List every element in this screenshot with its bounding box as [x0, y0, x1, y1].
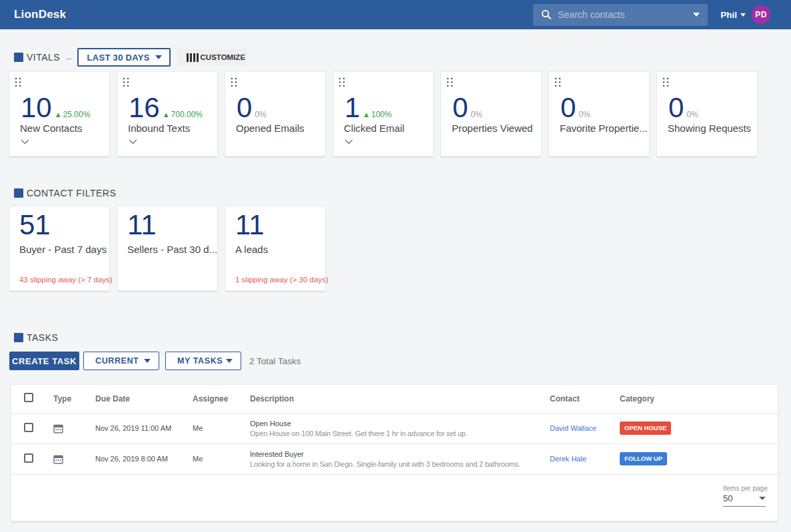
vitals-collapse-toggle[interactable]: – — [66, 52, 71, 63]
task-row: Nov 26, 2019 11:00 AM Me Open House Open… — [11, 413, 779, 443]
task-due-date: Nov 26, 2019 11:00 AM — [95, 413, 193, 443]
chevron-down-icon[interactable] — [129, 139, 137, 144]
customize-button[interactable]: CUSTOMIZE — [177, 49, 248, 66]
task-contact-link[interactable]: David Wallace — [550, 424, 596, 432]
date-range-select[interactable]: LAST 30 DAYS — [77, 48, 171, 67]
column-header-contact[interactable]: Contact — [550, 385, 620, 413]
task-contact-link[interactable]: Derek Hale — [550, 455, 586, 463]
user-name[interactable]: Phil — [720, 10, 737, 20]
task-description: Open House on 100 Main Street. Get there… — [250, 429, 550, 437]
metric-delta: 0% — [470, 110, 482, 119]
task-status-caret-icon — [144, 359, 151, 363]
metric-label: Opened Emails — [236, 123, 305, 134]
liondesk-dashboard: LionDesk Phil PD VITALS – LAST 30 DAYS C… — [0, 0, 791, 532]
tasks-section-icon — [14, 333, 23, 342]
task-status-select[interactable]: CURRENT — [83, 352, 159, 370]
brand-logo[interactable]: LionDesk — [14, 8, 66, 21]
metric-label: Inbound Texts — [128, 123, 190, 134]
task-title: Interested Buyer — [250, 450, 550, 458]
metric-delta: ▲700.00% — [163, 110, 203, 119]
metric-label: New Contacts — [20, 123, 82, 134]
drag-handle-icon[interactable] — [554, 77, 561, 87]
trend-up-icon: ▲ — [55, 111, 62, 119]
metric-value: 10 — [21, 92, 52, 123]
metric: 16▲700.00% — [129, 94, 203, 122]
filter-label: A leads — [235, 244, 268, 255]
filter-alert: 1 slipping away (> 30 days) — [235, 276, 329, 284]
task-row: Nov 26, 2019 8:00 AM Me Interested Buyer… — [11, 443, 779, 474]
date-range-value: LAST 30 DAYS — [87, 53, 150, 63]
metric-delta: ▲25.00% — [55, 110, 91, 119]
metric-label: Favorite Propertie... — [560, 123, 648, 134]
search-input[interactable] — [558, 9, 693, 20]
tasks-table-card: Type Due Date Assignee Description Conta… — [11, 384, 778, 521]
column-header-description[interactable]: Description — [250, 385, 550, 413]
vital-card-opened-emails: 00% Opened Emails — [225, 71, 326, 156]
column-header-category[interactable]: Category — [620, 385, 779, 413]
contact-search[interactable] — [533, 4, 708, 26]
filter-count: 11 — [235, 211, 265, 239]
create-task-button[interactable]: CREATE TASK — [9, 352, 79, 370]
chevron-down-icon[interactable] — [345, 139, 353, 144]
search-icon — [541, 9, 552, 20]
metric-value: 0 — [560, 92, 576, 123]
column-header-assignee[interactable]: Assignee — [193, 385, 250, 413]
drag-handle-icon[interactable] — [339, 77, 345, 87]
vitals-section-header: VITALS – LAST 30 DAYS CUSTOMIZE — [14, 48, 791, 67]
items-per-page-select[interactable]: 50 — [723, 493, 766, 507]
vital-card-favorite-properties: 00% Favorite Propertie... — [548, 71, 650, 156]
filter-card-a-leads[interactable]: 11 A leads 1 slipping away (> 30 days) — [225, 206, 326, 291]
filter-card-buyer-past-7-days[interactable]: 51 Buyer - Past 7 days 43 slipping away … — [9, 206, 110, 291]
metric-value: 0 — [452, 92, 468, 123]
drag-handle-icon[interactable] — [15, 77, 21, 87]
metric: 00% — [237, 94, 267, 122]
task-status-value: CURRENT — [95, 356, 139, 366]
metric: 1▲100% — [345, 94, 392, 122]
row-checkbox[interactable] — [24, 453, 33, 463]
calendar-icon — [53, 423, 63, 433]
metric-value: 16 — [129, 92, 160, 123]
search-dropdown-caret-icon[interactable] — [693, 13, 700, 17]
items-per-page-caret-icon — [759, 497, 766, 500]
metric-value: 1 — [345, 92, 360, 123]
metric: 00% — [560, 94, 590, 122]
metric: 10▲25.00% — [21, 94, 90, 122]
filter-card-sellers-past-30-days[interactable]: 11 Sellers - Past 30 d... — [117, 206, 218, 291]
tasks-section-title: TASKS — [27, 332, 58, 343]
row-checkbox[interactable] — [24, 423, 33, 432]
select-all-checkbox[interactable] — [24, 393, 33, 402]
drag-handle-icon[interactable] — [662, 77, 669, 87]
calendar-icon — [53, 454, 63, 464]
metric-label: Properties Viewed — [452, 123, 532, 134]
user-menu[interactable]: Phil PD — [720, 5, 770, 24]
contact-filters-cards-row: 51 Buyer - Past 7 days 43 slipping away … — [9, 206, 782, 291]
contact-filters-section-header: CONTACT FILTERS — [14, 188, 791, 198]
top-navigation-bar: LionDesk Phil PD — [0, 0, 791, 29]
avatar[interactable]: PD — [752, 5, 770, 24]
items-per-page-label: Items per page — [723, 485, 766, 492]
drag-handle-icon[interactable] — [446, 77, 453, 87]
table-header-row: Type Due Date Assignee Description Conta… — [11, 385, 779, 413]
task-category-badge[interactable]: FOLLOW UP — [620, 452, 667, 465]
metric-value: 0 — [237, 92, 252, 123]
contact-filters-section-title: CONTACT FILTERS — [27, 188, 116, 198]
column-header-type[interactable]: Type — [53, 385, 95, 413]
filter-count: 11 — [127, 211, 157, 239]
task-owner-select[interactable]: MY TASKS — [165, 352, 241, 370]
metric-value: 0 — [668, 92, 684, 123]
total-tasks-count: 2 Total Tasks — [249, 356, 301, 366]
task-category-badge[interactable]: OPEN HOUSE — [620, 421, 671, 435]
drag-handle-icon[interactable] — [231, 77, 237, 87]
task-description: Looking for a home in San Diego. Single-… — [250, 460, 550, 468]
drag-handle-icon[interactable] — [123, 77, 129, 87]
trend-up-icon: ▲ — [363, 111, 370, 119]
task-due-date: Nov 26, 2019 8:00 AM — [95, 443, 193, 474]
column-header-due-date[interactable]: Due Date — [95, 385, 193, 413]
filter-count: 51 — [19, 211, 51, 239]
vitals-section-icon — [14, 53, 23, 62]
metric: 00% — [452, 94, 482, 122]
chevron-down-icon[interactable] — [21, 139, 29, 144]
vital-card-showing-requests: 00% Showing Requests — [656, 71, 758, 156]
tasks-toolbar: CREATE TASK CURRENT MY TASKS 2 Total Tas… — [9, 352, 791, 370]
pagination: Items per page 50 — [723, 485, 766, 507]
